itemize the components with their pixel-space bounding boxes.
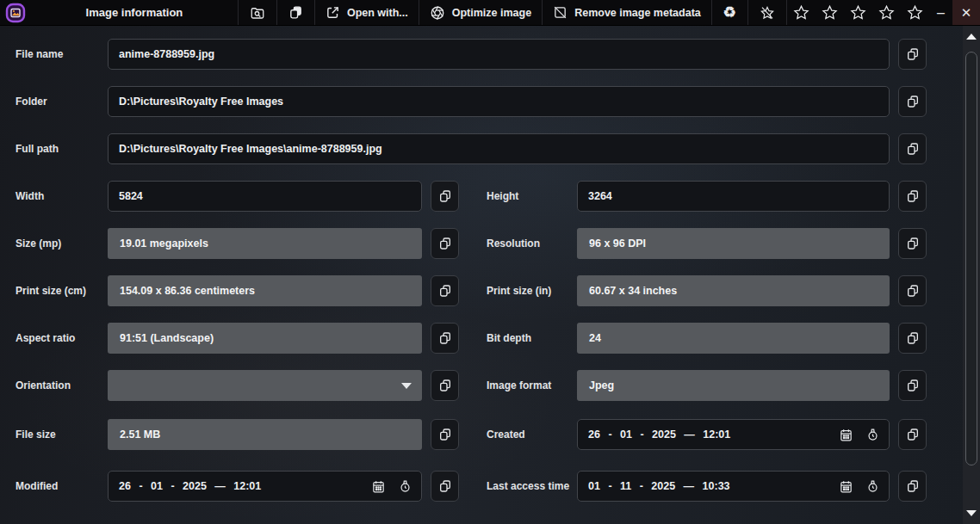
aspect-ratio-value: 91:51 (Landscape) (108, 323, 422, 354)
copy-icon (906, 331, 920, 345)
bit-depth-value: 24 (577, 323, 890, 354)
star-icon (793, 4, 809, 21)
print-size-in-value: 60.67 x 34 inches (577, 275, 890, 306)
copy-resolution-button[interactable] (898, 228, 927, 259)
copy-icon (906, 428, 920, 441)
copy-bit-depth-button[interactable] (898, 323, 927, 354)
size-mp-value: 19.01 megapixels (108, 228, 422, 259)
copy-height-button[interactable] (898, 181, 927, 212)
copy-icon (438, 331, 452, 345)
full-path-input[interactable] (108, 133, 890, 164)
last-access-datetime-field[interactable]: 01 - 11 - 2025 — 10:33 (577, 471, 890, 502)
rating-star-5[interactable] (901, 0, 929, 25)
file-name-label: File name (16, 39, 105, 70)
minimize-icon: – (937, 5, 945, 21)
modified-datetime-field[interactable]: 26 - 01 - 2025 — 12:01 (108, 471, 422, 502)
remove-metadata-label: Remove image metadata (574, 7, 701, 19)
file-size-label: File size (16, 419, 105, 450)
rating-star-4[interactable] (872, 0, 901, 25)
copy-icon (438, 189, 452, 203)
copy-full-path-button[interactable] (898, 133, 927, 164)
full-path-label: Full path (16, 133, 105, 164)
resolution-label: Resolution (487, 228, 574, 259)
star-icon (822, 4, 838, 21)
star-off-icon (760, 5, 775, 21)
clock-icon[interactable] (865, 479, 880, 494)
copy-image-button[interactable] (277, 0, 314, 25)
minimize-button[interactable]: – (929, 0, 952, 25)
chevron-down-icon (401, 383, 412, 389)
copy-icon (438, 379, 452, 392)
remove-metadata-button[interactable]: Remove image metadata (543, 0, 711, 25)
copy-icon (438, 284, 452, 298)
copy-file-name-button[interactable] (898, 39, 927, 70)
copy-width-button[interactable] (431, 181, 459, 212)
clear-rating-button[interactable] (748, 0, 786, 25)
folder-input[interactable] (108, 86, 890, 117)
locate-file-button[interactable] (239, 0, 276, 25)
copy-icon (906, 189, 920, 203)
orientation-dropdown[interactable] (108, 370, 422, 401)
rating-star-1[interactable] (787, 0, 816, 25)
image-information-window: Image information Open with... (0, 0, 980, 524)
copy-image-format-button[interactable] (898, 370, 927, 401)
created-label: Created (487, 419, 574, 450)
created-value: 26 - 01 - 2025 — 12:01 (588, 428, 827, 441)
optimize-image-label: Optimize image (452, 7, 531, 19)
optimize-image-button[interactable]: Optimize image (419, 0, 542, 25)
copy-print-size-in-button[interactable] (898, 275, 927, 306)
resolution-value: 96 x 96 DPI (577, 228, 890, 259)
rating-star-3[interactable] (844, 0, 872, 25)
vertical-scrollbar[interactable] (963, 26, 980, 524)
print-size-in-label: Print size (in) (487, 275, 574, 306)
size-mp-label: Size (mp) (16, 228, 105, 259)
refresh-button[interactable]: ♻ (712, 0, 747, 25)
copy-icon (438, 237, 452, 250)
open-with-label: Open with... (347, 7, 408, 19)
copy-folder-button[interactable] (898, 86, 927, 117)
copy-icon (906, 379, 920, 392)
copy-print-size-cm-button[interactable] (431, 275, 459, 306)
image-format-value: Jpeg (577, 370, 890, 401)
titlebar: Image information Open with... (0, 0, 980, 26)
app-logo (0, 0, 31, 25)
copy-icon (906, 95, 920, 108)
copy-aspect-ratio-button[interactable] (431, 323, 459, 354)
calendar-icon[interactable] (839, 479, 853, 494)
modified-value: 26 - 01 - 2025 — 12:01 (119, 480, 359, 492)
file-name-input[interactable] (108, 39, 890, 70)
image-slash-icon (553, 5, 568, 20)
copy-orientation-button[interactable] (431, 370, 459, 401)
scroll-down-icon[interactable] (966, 510, 977, 516)
calendar-icon[interactable] (371, 479, 386, 494)
copy-last-access-button[interactable] (898, 471, 927, 502)
aperture-icon (430, 5, 445, 21)
clock-icon[interactable] (865, 428, 880, 442)
width-input[interactable] (108, 181, 422, 212)
copy-icon (906, 142, 920, 156)
star-icon (878, 4, 895, 21)
copy-size-mp-button[interactable] (431, 228, 459, 259)
print-size-cm-label: Print size (cm) (16, 275, 105, 306)
copy-icon (288, 5, 303, 20)
height-input[interactable] (577, 181, 890, 212)
copy-file-size-button[interactable] (431, 419, 459, 450)
image-format-label: Image format (487, 370, 574, 401)
scroll-up-icon[interactable] (966, 34, 977, 40)
scrollbar-thumb[interactable] (965, 52, 977, 465)
rating-star-2[interactable] (816, 0, 844, 25)
width-label: Width (16, 181, 105, 212)
last-access-label: Last access time (487, 471, 574, 502)
copy-created-button[interactable] (898, 419, 927, 450)
copy-icon (438, 428, 452, 441)
close-icon: ✕ (961, 5, 972, 21)
recycle-icon: ♻ (723, 5, 736, 20)
calendar-icon[interactable] (839, 428, 853, 442)
print-size-cm-value: 154.09 x 86.36 centimeters (108, 275, 422, 306)
open-with-button[interactable]: Open with... (315, 0, 419, 25)
created-datetime-field[interactable]: 26 - 01 - 2025 — 12:01 (577, 419, 890, 450)
close-button[interactable]: ✕ (952, 0, 980, 25)
copy-modified-button[interactable] (431, 471, 459, 502)
folder-label: Folder (16, 86, 105, 117)
clock-icon[interactable] (398, 479, 412, 494)
